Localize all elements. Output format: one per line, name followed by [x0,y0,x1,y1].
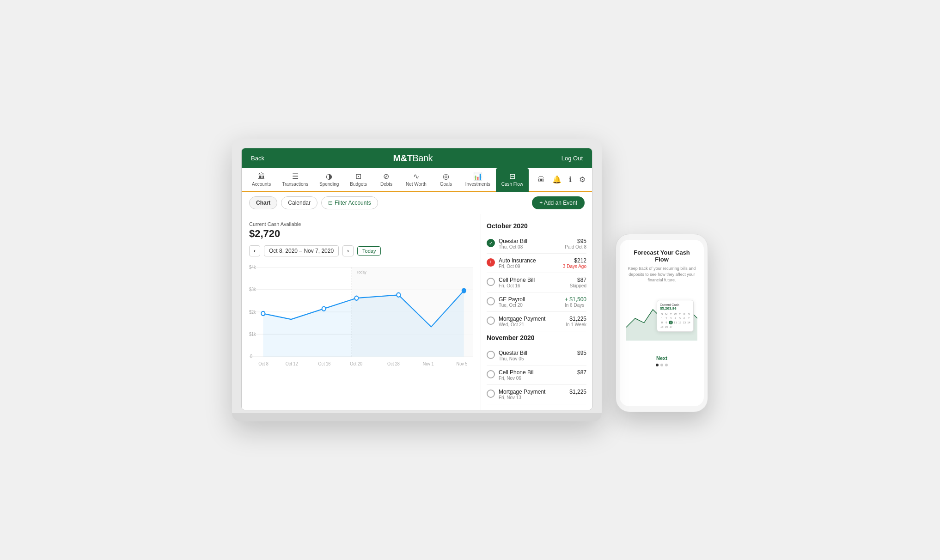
list-item[interactable]: ✓ Questar Bill Thu, Oct 08 $95 Paid Oct … [487,234,586,254]
event-status: 3 Days Ago [563,264,586,269]
event-name: Questar Bill [499,238,561,244]
nav-item-spending[interactable]: ◑ Spending [314,168,344,192]
laptop-device: Back M&TBank Log Out 🏛 Accounts ☰ Transa… [232,139,602,421]
nav-item-investments[interactable]: 📊 Investments [460,168,496,192]
calendar-card: Current Cash $5,203.86 S M T W T F S 1 2… [657,300,694,332]
svg-point-15 [322,307,326,311]
events-list: October 2020 ✓ Questar Bill Thu, Oct 08 … [481,214,592,410]
bell-icon[interactable]: 🔔 [550,173,563,186]
event-name: Mortgage Payment [499,389,566,395]
pagination-dots [656,364,668,366]
info-icon[interactable]: ℹ [567,173,574,186]
nav-label-cash-flow: Cash Flow [501,182,523,187]
goals-icon: ◎ [443,172,449,181]
phone-subtitle: Keep track of your recurring bills and d… [626,266,697,283]
svg-text:$2k: $2k [249,309,256,315]
calendar-tab[interactable]: Calendar [281,196,317,209]
nav-item-net-worth[interactable]: ∿ Net Worth [400,168,432,192]
debts-icon: ⊘ [383,172,389,181]
accounts-icon: 🏛 [258,172,265,181]
nav-item-accounts[interactable]: 🏛 Accounts [246,169,276,192]
logout-button[interactable]: Log Out [562,155,583,162]
event-name: Mortgage Payment [499,316,562,322]
phone-screen: Forecast Your Cash Flow Keep track of yo… [620,240,704,406]
event-date: Fri, Oct 09 [499,264,559,269]
event-amount: + $1,500 [565,296,586,303]
phone-cash-label: Current Cash [660,303,690,306]
next-date-button[interactable]: › [342,245,354,256]
skipped-icon [487,278,495,286]
event-name: Cell Phone Bill [499,277,566,283]
nav-label-debts: Debts [380,182,392,187]
event-amount: $87 [577,369,586,376]
phone-next-button[interactable]: Next [656,355,667,361]
cash-available-label: Current Cash Available [249,221,473,227]
settings-icon[interactable]: ⚙ [577,173,587,186]
transactions-icon: ☰ [292,172,299,181]
laptop-screen: Back M&TBank Log Out 🏛 Accounts ☰ Transa… [241,148,592,410]
nav-label-net-worth: Net Worth [406,182,427,187]
date-range-label: Oct 8, 2020 – Nov 7, 2020 [264,245,339,256]
dot-inactive [660,364,663,366]
svg-text:Oct 8: Oct 8 [258,361,269,367]
laptop-base [232,413,602,421]
list-item[interactable]: ! Auto Insurance Fri, Oct 09 $212 3 Days… [487,254,586,273]
svg-text:Oct 20: Oct 20 [350,361,362,367]
investments-icon: 📊 [473,172,482,181]
app-header: Back M&TBank Log Out [242,148,592,168]
prev-date-button[interactable]: ‹ [249,245,260,256]
bank-icon[interactable]: 🏛 [536,174,547,186]
chart-svg: $4k $3k $2k $1k 0 Today [249,262,473,368]
nav-item-goals[interactable]: ◎ Goals [432,168,460,192]
chart-tab[interactable]: Chart [249,196,277,209]
event-amount: $87 [570,277,586,283]
event-amount: $212 [563,257,586,264]
event-date: Fri, Nov 13 [499,395,566,400]
event-date: Tue, Oct 20 [499,303,561,308]
back-button[interactable]: Back [251,155,264,162]
nav-label-accounts: Accounts [252,182,271,187]
svg-text:0: 0 [250,354,253,359]
list-item[interactable]: Cell Phone Bill Fri, Oct 16 $87 Skipped [487,273,586,292]
nav-item-cash-flow[interactable]: ⊟ Cash Flow [496,168,529,192]
view-toolbar: Chart Calendar ⊟ Filter Accounts + Add a… [242,192,592,214]
nav-item-transactions[interactable]: ☰ Transactions [276,168,314,192]
svg-text:Nov 1: Nov 1 [423,361,434,367]
phone-chart: Current Cash $5,203.86 S M T W T F S 1 2… [626,291,697,346]
nav-label-goals: Goals [440,182,452,187]
cash-available-value: $2,720 [249,228,473,240]
list-item[interactable]: Cell Phone Bil Fri, Nov 06 $87 [487,365,586,385]
main-nav: 🏛 Accounts ☰ Transactions ◑ Spending ⊡ B… [242,168,592,192]
app-logo: M&TBank [393,153,433,164]
event-name: Auto Insurance [499,257,559,264]
nav-item-budgets[interactable]: ⊡ Budgets [344,168,372,192]
nav-label-transactions: Transactions [282,182,308,187]
today-button[interactable]: Today [357,246,381,256]
paid-icon: ✓ [487,239,495,247]
overdue-icon: ! [487,258,495,267]
svg-point-16 [354,296,358,300]
event-status: Paid Oct 8 [565,244,586,250]
list-item[interactable]: Mortgage Payment Fri, Nov 13 $1,225 [487,385,586,404]
add-event-button[interactable]: + Add an Event [532,196,585,209]
list-item[interactable]: GE Payroll Tue, Oct 20 + $1,500 In 6 Day… [487,292,586,312]
phone-cash-value: $5,203.86 [660,306,690,310]
filter-accounts-button[interactable]: ⊟ Filter Accounts [321,196,378,209]
calendar-grid: S M T W T F S 1 2 3 4 5 6 7 8 [660,312,690,329]
svg-text:$3k: $3k [249,287,256,292]
list-item[interactable]: Mortgage Payment Wed, Oct 21 $1,225 In 1… [487,312,586,331]
date-navigation: ‹ Oct 8, 2020 – Nov 7, 2020 › Today [249,245,473,256]
nav-label-budgets: Budgets [350,182,367,187]
list-item[interactable]: Questar Bill Thu, Nov 05 $95 [487,346,586,365]
chart-section: Current Cash Available $2,720 ‹ Oct 8, 2… [242,214,481,410]
svg-point-17 [397,293,400,297]
phone-title: Forecast Your Cash Flow [626,249,697,263]
svg-text:$4k: $4k [249,264,256,270]
event-date: Wed, Oct 21 [499,322,562,327]
cash-flow-icon: ⊟ [509,172,515,181]
nav-item-debts[interactable]: ⊘ Debts [372,168,400,192]
event-date: Thu, Nov 05 [499,356,574,361]
svg-text:Oct 28: Oct 28 [387,361,400,367]
event-amount: $95 [577,350,586,356]
event-date: Thu, Oct 08 [499,244,561,250]
